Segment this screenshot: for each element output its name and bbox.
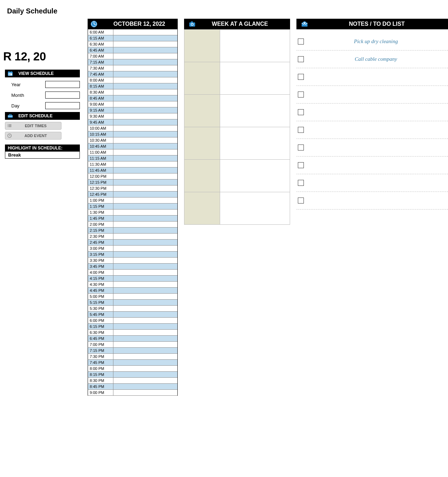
note-checkbox[interactable]: [298, 198, 304, 204]
event-cell[interactable]: [113, 149, 177, 155]
time-row: 6:15 AM: [88, 35, 178, 41]
event-cell[interactable]: [113, 204, 177, 210]
event-cell[interactable]: [113, 179, 177, 186]
note-checkbox[interactable]: [298, 180, 304, 186]
event-cell[interactable]: [113, 95, 177, 101]
event-cell[interactable]: [113, 107, 177, 113]
event-cell[interactable]: [113, 354, 177, 360]
note-checkbox[interactable]: [298, 109, 304, 115]
event-cell[interactable]: [113, 53, 177, 59]
note-checkbox[interactable]: [298, 92, 304, 98]
svg-rect-13: [9, 124, 12, 125]
week-day-cell[interactable]: [184, 95, 220, 127]
week-content-cell[interactable]: [220, 62, 290, 95]
event-cell[interactable]: [113, 294, 177, 300]
event-cell[interactable]: [113, 318, 177, 324]
event-cell[interactable]: [113, 161, 177, 167]
note-checkbox[interactable]: [298, 56, 304, 62]
event-cell[interactable]: [113, 83, 177, 89]
week-content-cell[interactable]: [220, 127, 290, 160]
event-cell[interactable]: [113, 348, 177, 354]
event-cell[interactable]: [113, 119, 177, 125]
event-cell[interactable]: [113, 258, 177, 264]
add-event-button[interactable]: ADD EVENT: [5, 132, 61, 140]
week-day-cell[interactable]: [184, 192, 220, 225]
event-cell[interactable]: [113, 186, 177, 192]
note-checkbox[interactable]: [298, 127, 304, 133]
event-cell[interactable]: [113, 125, 177, 131]
event-cell[interactable]: [113, 324, 177, 330]
event-cell[interactable]: [113, 288, 177, 294]
event-cell[interactable]: [113, 330, 177, 336]
year-input[interactable]: [45, 81, 80, 88]
week-day-cell[interactable]: [184, 127, 220, 160]
event-cell[interactable]: [113, 270, 177, 276]
note-text[interactable]: Pick up dry cleaning: [311, 39, 448, 45]
event-cell[interactable]: [113, 234, 177, 240]
time-row: 9:30 AM: [88, 113, 178, 119]
week-content-cell[interactable]: [220, 30, 290, 62]
event-cell[interactable]: [113, 35, 177, 41]
week-day-cell[interactable]: [184, 30, 220, 62]
event-cell[interactable]: [113, 59, 177, 65]
event-cell[interactable]: [113, 167, 177, 173]
event-cell[interactable]: [113, 143, 177, 149]
event-cell[interactable]: [113, 276, 177, 282]
note-checkbox[interactable]: [298, 145, 304, 151]
event-cell[interactable]: [113, 113, 177, 119]
note-row: Pick up dry cleaning: [296, 33, 448, 51]
week-content-cell[interactable]: [220, 192, 290, 225]
note-checkbox[interactable]: [298, 74, 304, 80]
time-label: 8:00 PM: [88, 366, 113, 372]
event-cell[interactable]: [113, 89, 177, 95]
event-cell[interactable]: [113, 216, 177, 222]
day-input[interactable]: [45, 102, 80, 109]
event-cell[interactable]: [113, 155, 177, 161]
note-text[interactable]: Call cable company: [311, 56, 448, 62]
event-cell[interactable]: [113, 252, 177, 258]
event-cell[interactable]: [113, 77, 177, 83]
event-cell[interactable]: [113, 360, 177, 366]
week-content-cell[interactable]: [220, 95, 290, 127]
event-cell[interactable]: [113, 101, 177, 107]
event-cell[interactable]: [113, 222, 177, 228]
event-cell[interactable]: [113, 384, 177, 390]
event-cell[interactable]: [113, 228, 177, 234]
event-cell[interactable]: [113, 240, 177, 246]
event-cell[interactable]: [113, 71, 177, 77]
event-cell[interactable]: [113, 312, 177, 318]
event-cell[interactable]: [113, 41, 177, 47]
event-cell[interactable]: [113, 372, 177, 378]
week-day-cell[interactable]: [184, 62, 220, 95]
event-cell[interactable]: [113, 342, 177, 348]
month-input[interactable]: [45, 92, 80, 99]
week-content-cell[interactable]: [220, 160, 290, 192]
event-cell[interactable]: [113, 198, 177, 204]
svg-rect-10: [9, 114, 11, 116]
event-cell[interactable]: [113, 137, 177, 143]
event-cell[interactable]: [113, 246, 177, 252]
note-checkbox[interactable]: [298, 162, 304, 168]
event-cell[interactable]: [113, 264, 177, 270]
event-cell[interactable]: [113, 306, 177, 312]
event-cell[interactable]: [113, 336, 177, 342]
time-label: 4:30 PM: [88, 282, 113, 288]
event-cell[interactable]: [113, 282, 177, 288]
event-cell[interactable]: [113, 210, 177, 216]
event-cell[interactable]: [113, 378, 177, 384]
week-row: [184, 160, 290, 192]
event-cell[interactable]: [113, 65, 177, 71]
event-cell[interactable]: [113, 192, 177, 198]
time-label: 5:00 PM: [88, 294, 113, 300]
edit-times-button[interactable]: EDIT TIMES: [5, 122, 61, 130]
event-cell[interactable]: [113, 173, 177, 179]
event-cell[interactable]: [113, 47, 177, 53]
event-cell[interactable]: [113, 366, 177, 372]
event-cell[interactable]: [113, 390, 177, 396]
event-cell[interactable]: [113, 131, 177, 137]
event-cell[interactable]: [113, 300, 177, 306]
week-day-cell[interactable]: [184, 160, 220, 192]
highlight-value[interactable]: Break: [5, 152, 80, 159]
note-checkbox[interactable]: [298, 39, 304, 45]
event-cell[interactable]: [113, 29, 177, 35]
